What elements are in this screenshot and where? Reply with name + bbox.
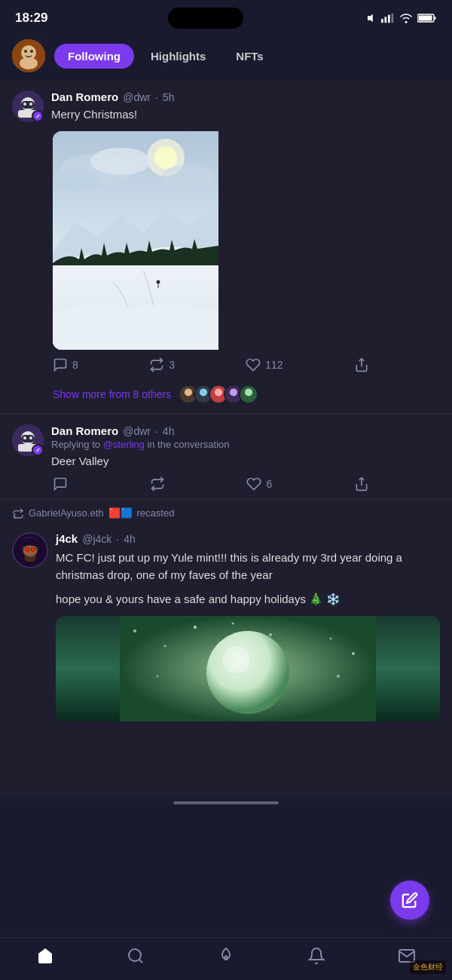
like-icon-reply [246,476,261,492]
svg-point-32 [200,388,207,396]
nav-bell[interactable] [307,947,325,965]
svg-point-12 [30,50,33,53]
comment-btn-1[interactable]: 8 [53,357,78,372]
post-reply-avatar-wrap [12,424,44,456]
svg-point-21 [154,146,177,169]
post-1-avatar-wrap [12,90,44,122]
status-bar: 18:29 [0,0,452,33]
mountain-scene [53,131,218,350]
svg-point-53 [32,549,34,551]
post-reply-actions: 6 [53,469,369,499]
svg-point-17 [29,103,32,106]
svg-rect-41 [21,435,35,443]
post-1-time: 5h [163,91,175,103]
header: Following Highlights NFTs [0,33,452,80]
svg-point-66 [129,949,141,961]
post-2-username: j4ck [56,532,78,545]
tab-nfts[interactable]: NFTs [222,44,276,69]
compose-icon [402,892,418,908]
nav-fire[interactable] [217,947,235,965]
svg-point-25 [162,165,215,188]
post-reply-time: 4h [163,425,175,437]
show-more-1[interactable]: Show more from 8 others [12,380,440,413]
svg-point-63 [269,633,272,636]
recaster-emoji: 🟥🟦 [108,507,133,519]
reply-mention[interactable]: @sterling [103,439,145,450]
post-reply-header: Dan Romero @dwr · 4h Replying to @sterli… [12,424,440,469]
svg-line-67 [139,960,142,963]
home-indicator [173,801,279,804]
share-icon-1 [354,357,369,372]
like-btn-reply[interactable]: 6 [246,476,272,492]
recast-label: GabrielAyuso.eth 🟥🟦 recasted [0,500,452,522]
svg-point-36 [230,388,237,396]
watermark: 金色财经 [410,960,446,974]
svg-point-61 [337,675,340,678]
signal-icon [381,13,395,23]
compose-fab[interactable] [390,880,429,920]
svg-point-55 [133,629,136,632]
share-btn-reply[interactable] [354,476,369,492]
comment-icon-reply [53,476,68,492]
svg-rect-7 [418,16,432,21]
post-reply-text: Deer Valley [51,453,230,469]
post-1-image[interactable] [53,131,440,350]
like-icon-1 [246,357,261,372]
svg-rect-0 [368,16,370,20]
status-time: 18:29 [15,11,47,26]
svg-rect-4 [391,14,393,23]
svg-point-65 [223,646,250,673]
speaker-icon [363,11,377,25]
recast-btn-1[interactable]: 3 [149,357,175,372]
post-2-avatar[interactable] [12,532,48,568]
recast-btn-reply[interactable] [150,476,165,492]
bell-icon [307,947,325,965]
svg-rect-6 [434,17,435,20]
status-center [168,8,243,29]
nav-home[interactable] [36,947,54,965]
post-reply-meta-wrap: Dan Romero @dwr · 4h Replying to @sterli… [51,424,230,469]
svg-point-26 [157,280,160,284]
post-1: Dan Romero @dwr · 5h Merry Christmas! [0,80,452,414]
recast-count-1: 3 [169,359,175,371]
tab-highlights[interactable]: Highlights [137,44,219,69]
post-2-time: 4h [124,533,136,545]
svg-point-56 [164,645,166,647]
post-2-image[interactable] [56,616,440,721]
tab-following[interactable]: Following [54,44,134,69]
verified-badge-1 [32,110,44,122]
post-2: j4ck @j4ck · 4h MC FC! just put up my Yu… [0,522,452,721]
recaster-action: recasted [137,507,175,519]
avatar-stack-1 [179,384,258,404]
post-1-username: Dan Romero [51,90,118,103]
reply-info: Replying to @sterling in the conversatio… [51,439,230,450]
search-icon [127,947,145,965]
post-2-text1: MC FC! just put up my Yule mint!!! this … [56,550,440,583]
post-2-content: j4ck @j4ck · 4h MC FC! just put up my Yu… [56,532,440,721]
svg-point-23 [90,148,151,175]
dynamic-island [168,8,243,29]
svg-point-60 [157,675,159,677]
verified-badge-reply [32,444,44,456]
post-2-meta: j4ck @j4ck · 4h [56,532,440,545]
share-btn-1[interactable] [354,357,369,372]
stack-avatar-5 [239,384,258,404]
post-2-text2: hope you & yours have a safe and happy h… [56,591,440,608]
svg-point-34 [215,388,222,396]
svg-point-58 [330,637,332,639]
svg-point-10 [20,57,38,69]
comment-btn-reply[interactable] [53,476,68,492]
nav-search[interactable] [127,947,145,965]
recast-icon-1 [149,357,164,372]
post-1-reply: Dan Romero @dwr · 4h Replying to @sterli… [0,414,452,500]
like-count-1: 112 [265,359,282,371]
user-avatar[interactable] [12,39,45,72]
svg-point-16 [23,103,26,106]
post-2-header: j4ck @j4ck · 4h MC FC! just put up my Yu… [12,532,440,721]
post-1-text: Merry Christmas! [51,106,174,122]
status-icons [363,11,437,25]
svg-point-38 [245,388,252,396]
svg-point-64 [206,631,289,714]
svg-point-57 [194,626,197,629]
like-btn-1[interactable]: 112 [246,357,282,372]
